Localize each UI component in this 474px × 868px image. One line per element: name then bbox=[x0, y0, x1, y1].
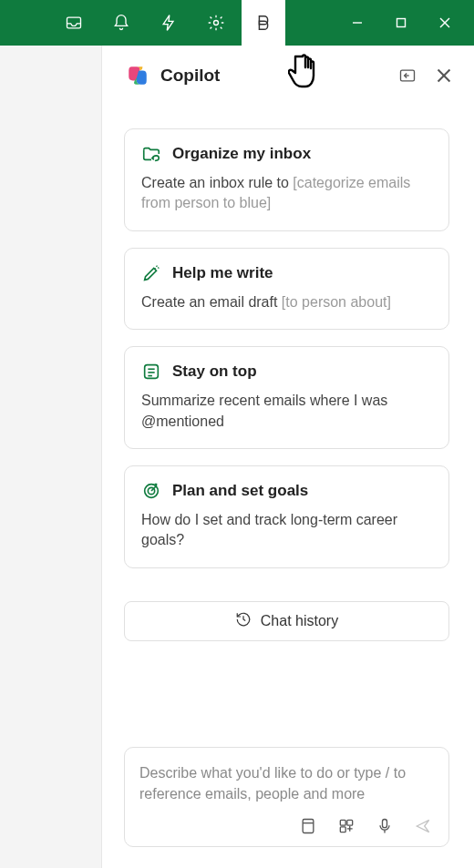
card-body-text: Create an email draft bbox=[141, 294, 282, 310]
card-title: Organize my inbox bbox=[172, 145, 311, 163]
card-body: Create an inbox rule to [categorize emai… bbox=[141, 173, 432, 214]
dock-pane-icon[interactable] bbox=[397, 65, 418, 87]
apps-icon[interactable] bbox=[335, 815, 357, 837]
window-controls bbox=[335, 0, 467, 46]
card-header: Organize my inbox bbox=[141, 144, 432, 164]
card-header: Stay on top bbox=[141, 362, 432, 382]
card-body-text: How do I set and track long-term career … bbox=[141, 512, 397, 547]
svg-rect-18 bbox=[340, 820, 345, 825]
card-body: Summarize recent emails where I was @men… bbox=[141, 391, 432, 432]
svg-rect-19 bbox=[347, 820, 353, 825]
inbox-icon[interactable] bbox=[52, 0, 96, 46]
svg-rect-3 bbox=[397, 19, 406, 27]
card-title: Help me write bbox=[172, 264, 273, 282]
close-pane-icon[interactable] bbox=[433, 65, 455, 87]
history-icon bbox=[235, 611, 252, 631]
pencil-sparkle-icon bbox=[141, 263, 161, 283]
send-icon bbox=[412, 815, 434, 837]
copilot-logo-icon bbox=[126, 64, 149, 87]
notifications-icon[interactable] bbox=[99, 0, 143, 46]
copilot-pane: Copilot Organize my inbox Create an inbo… bbox=[102, 46, 471, 865]
maximize-button[interactable] bbox=[379, 0, 423, 46]
pane-header-actions bbox=[397, 65, 455, 87]
card-title: Stay on top bbox=[172, 363, 257, 381]
copilot-pane-title: Copilot bbox=[160, 66, 386, 86]
svg-rect-0 bbox=[67, 17, 81, 28]
copilot-pane-header: Copilot bbox=[102, 46, 471, 105]
copilot-suggestions-list: Organize my inbox Create an inbox rule t… bbox=[102, 105, 471, 692]
svg-rect-16 bbox=[303, 820, 314, 833]
notebook-icon[interactable] bbox=[297, 815, 319, 837]
input-toolbar bbox=[139, 815, 434, 837]
card-body: How do I set and track long-term career … bbox=[141, 510, 432, 551]
input-placeholder: Describe what you'd like to do or type /… bbox=[139, 762, 434, 806]
svg-rect-21 bbox=[383, 820, 387, 828]
settings-icon[interactable] bbox=[194, 0, 238, 46]
checklist-icon bbox=[141, 362, 161, 382]
copilot-icon[interactable] bbox=[242, 0, 285, 46]
close-window-button[interactable] bbox=[423, 0, 467, 46]
window-titlebar bbox=[0, 0, 474, 46]
card-header: Help me write bbox=[141, 263, 432, 283]
card-title: Plan and set goals bbox=[172, 482, 308, 500]
suggestion-organize-inbox[interactable]: Organize my inbox Create an inbox rule t… bbox=[124, 128, 449, 231]
card-body-text: Summarize recent emails where I was @men… bbox=[141, 393, 387, 428]
suggestion-plan-goals[interactable]: Plan and set goals How do I set and trac… bbox=[124, 465, 449, 568]
chat-history-button[interactable]: Chat history bbox=[124, 601, 449, 641]
card-body-hint: [to person about] bbox=[282, 294, 391, 310]
suggestion-stay-on-top[interactable]: Stay on top Summarize recent emails wher… bbox=[124, 346, 449, 449]
minimize-button[interactable] bbox=[335, 0, 379, 46]
card-body: Create an email draft [to person about] bbox=[141, 292, 432, 312]
svg-point-1 bbox=[214, 21, 219, 26]
copilot-input-area[interactable]: Describe what you'd like to do or type /… bbox=[124, 747, 449, 847]
microphone-icon[interactable] bbox=[374, 815, 396, 837]
chat-history-label: Chat history bbox=[261, 613, 338, 629]
svg-rect-20 bbox=[340, 827, 345, 832]
folder-rule-icon bbox=[141, 144, 161, 164]
target-icon bbox=[141, 481, 161, 501]
card-header: Plan and set goals bbox=[141, 481, 432, 501]
suggestion-help-write[interactable]: Help me write Create an email draft [to … bbox=[124, 248, 449, 330]
card-body-text: Create an inbox rule to bbox=[141, 175, 293, 190]
quick-actions-icon[interactable] bbox=[147, 0, 191, 46]
left-sidebar-strip bbox=[0, 46, 102, 868]
